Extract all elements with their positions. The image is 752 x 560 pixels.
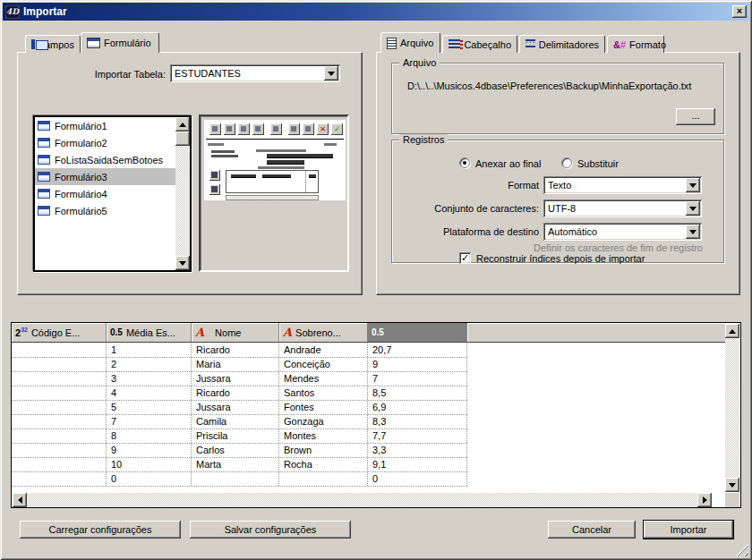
table-cell[interactable] <box>192 472 279 486</box>
table-cell[interactable]: 8 <box>107 429 192 443</box>
table-cell[interactable]: 0 <box>107 472 192 486</box>
combo-dropdown-button[interactable] <box>686 178 700 192</box>
table-cell[interactable] <box>12 401 107 414</box>
column-header-sobrenome[interactable]: A Sobreno... <box>279 323 368 342</box>
table-vscrollbar[interactable] <box>725 324 739 492</box>
column-header-media[interactable]: 0.5 Média Es... <box>107 323 192 342</box>
table-cell[interactable]: 8,3 <box>368 415 467 428</box>
tab-cabecalho[interactable]: Cabeçalho <box>442 35 517 53</box>
table-cell[interactable] <box>12 444 107 457</box>
table-cell[interactable] <box>12 372 107 386</box>
column-header-codigo[interactable]: 232 Código E... <box>12 323 107 342</box>
save-settings-button[interactable]: Salvar configurações <box>190 521 351 539</box>
table-cell[interactable]: Rocha <box>279 458 368 471</box>
table-cell[interactable]: 8,5 <box>368 386 467 400</box>
replace-radio[interactable] <box>561 157 572 168</box>
browse-button[interactable]: ... <box>676 108 715 125</box>
scrollbar-track[interactable] <box>27 493 712 507</box>
table-cell[interactable] <box>12 472 107 486</box>
table-cell[interactable]: Conceição <box>279 358 368 371</box>
replace-radio-label[interactable]: Substituir <box>577 158 619 169</box>
table-cell[interactable]: 4 <box>107 386 192 400</box>
table-cell[interactable]: Carlos <box>192 444 279 457</box>
import-table-combobox[interactable]: ESTUDANTES <box>170 64 340 82</box>
scroll-left-button[interactable] <box>13 493 27 507</box>
table-cell[interactable]: Camila <box>192 415 279 428</box>
scroll-down-button[interactable] <box>725 478 739 492</box>
tab-campos[interactable]: Campos <box>25 35 81 53</box>
form-list-item[interactable]: Formulário1 <box>35 117 175 134</box>
table-cell[interactable] <box>12 386 107 400</box>
close-button[interactable]: × <box>732 5 747 18</box>
platform-combobox[interactable]: Automático <box>543 223 702 241</box>
tab-formato[interactable]: &# Formato <box>607 35 664 53</box>
append-radio[interactable] <box>459 157 470 168</box>
table-cell[interactable] <box>12 415 107 428</box>
combo-dropdown-button[interactable] <box>324 66 338 81</box>
table-cell[interactable]: 7 <box>368 372 467 386</box>
table-cell[interactable]: 0 <box>368 472 467 486</box>
table-cell[interactable]: Gonzaga <box>279 415 368 428</box>
table-cell[interactable]: 9 <box>368 358 467 371</box>
table-cell[interactable]: 10 <box>107 458 192 471</box>
scrollbar-track[interactable] <box>725 338 739 478</box>
cancel-button[interactable]: Cancelar <box>548 521 636 539</box>
form-list-item[interactable]: FoListaSaidaSemBotoes <box>35 151 175 168</box>
table-cell[interactable] <box>12 344 107 357</box>
table-cell[interactable]: 9,1 <box>368 458 467 471</box>
form-list-item[interactable]: Formulário5 <box>35 202 175 219</box>
title-bar[interactable]: 4D Importar × <box>3 3 749 21</box>
table-cell[interactable]: 7,7 <box>368 429 467 443</box>
scroll-down-button[interactable] <box>175 256 190 270</box>
form-list-item[interactable]: Formulário4 <box>35 185 175 202</box>
rebuild-indexes-checkbox[interactable]: ✓ <box>459 252 471 264</box>
combo-dropdown-button[interactable] <box>686 225 700 239</box>
tab-formulario[interactable]: Formulário <box>81 32 159 53</box>
append-radio-label[interactable]: Anexar ao final <box>475 158 541 169</box>
table-cell[interactable]: Santos <box>279 386 368 400</box>
table-cell[interactable]: 5 <box>107 401 192 414</box>
tab-delimitadores[interactable]: Delimitadores <box>519 35 605 53</box>
table-cell[interactable]: Ricardo <box>192 386 279 400</box>
table-cell[interactable]: Ricardo <box>192 344 279 357</box>
table-cell[interactable]: Jussara <box>192 372 279 386</box>
table-cell[interactable]: Mendes <box>279 372 368 386</box>
charset-combobox[interactable]: UTF-8 <box>543 199 702 217</box>
table-cell[interactable]: Marta <box>192 458 279 471</box>
table-cell[interactable]: Andrade <box>279 344 368 357</box>
table-cell[interactable]: Priscila <box>192 429 279 443</box>
form-list-item[interactable]: Formulario2 <box>35 134 175 151</box>
table-cell[interactable]: 2 <box>107 358 192 371</box>
load-settings-button[interactable]: Carregar configurações <box>20 521 181 539</box>
scroll-right-button[interactable] <box>697 493 712 507</box>
rebuild-indexes-label[interactable]: Reconstruir índices depois de importar <box>476 253 645 264</box>
table-cell[interactable]: 7 <box>107 415 192 428</box>
combo-dropdown-button[interactable] <box>686 201 700 216</box>
table-cell[interactable]: Montes <box>279 429 368 443</box>
form-list-scrollbar[interactable] <box>175 117 190 270</box>
table-cell[interactable]: 20,7 <box>368 344 467 357</box>
import-button[interactable]: Importar <box>643 520 734 539</box>
table-cell[interactable] <box>12 458 107 471</box>
scroll-up-button[interactable] <box>725 324 739 338</box>
table-cell[interactable] <box>12 429 107 443</box>
table-cell[interactable]: 3 <box>107 372 192 386</box>
format-combobox[interactable]: Texto <box>543 176 702 194</box>
table-cell[interactable]: 3,3 <box>368 444 467 457</box>
scroll-up-button[interactable] <box>175 117 190 132</box>
table-cell[interactable]: Jussara <box>192 401 279 414</box>
table-cell[interactable]: Fontes <box>279 401 368 414</box>
table-cell[interactable]: 6,9 <box>368 401 467 414</box>
column-header-selected[interactable]: 0.5 <box>368 323 467 342</box>
scrollbar-track[interactable] <box>175 132 190 256</box>
table-cell[interactable] <box>12 358 107 371</box>
table-cell[interactable] <box>279 472 368 486</box>
tab-arquivo[interactable]: Arquivo <box>380 32 440 53</box>
table-cell[interactable]: Maria <box>192 358 279 371</box>
form-list-item[interactable]: Formulário3 <box>35 168 175 185</box>
resize-grip[interactable] <box>736 544 748 556</box>
scrollbar-thumb[interactable] <box>175 132 190 146</box>
table-cell[interactable]: 1 <box>107 344 192 357</box>
table-cell[interactable]: Brown <box>279 444 368 457</box>
table-hscrollbar[interactable] <box>13 493 726 507</box>
